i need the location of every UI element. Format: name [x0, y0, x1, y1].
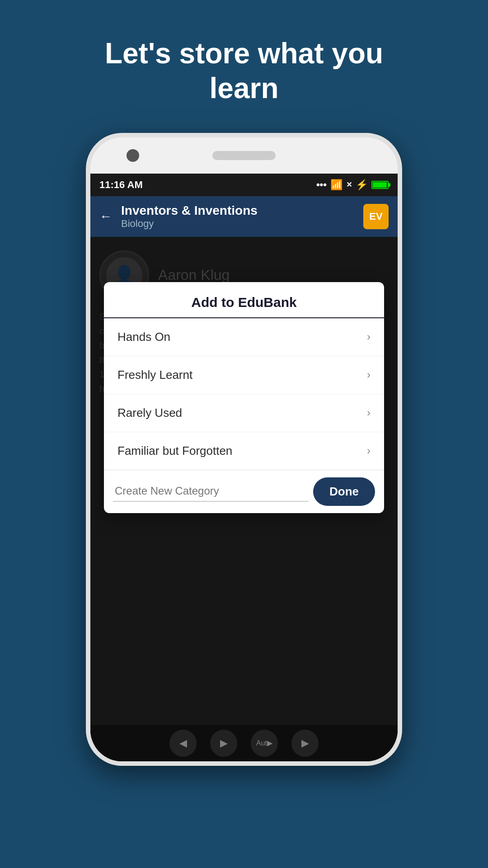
status-icons: ••• 📶 ✕ ⚡: [316, 179, 389, 191]
create-new-category-input[interactable]: [113, 481, 309, 502]
add-to-edubank-modal: Add to EduBank Hands On › Freshly Learnt…: [104, 282, 384, 513]
content-bg: 👤 Aaron Klug South African-born British …: [90, 237, 398, 761]
header-logo: EV: [363, 204, 389, 229]
sim-icon: ✕: [346, 180, 352, 189]
list-item[interactable]: Rarely Used ›: [104, 394, 384, 432]
done-button[interactable]: Done: [313, 477, 375, 506]
modal-header: Add to EduBank: [104, 282, 384, 318]
item-label-familiar-forgotten: Familiar but Forgotten: [117, 444, 232, 458]
list-item[interactable]: Familiar but Forgotten ›: [104, 432, 384, 470]
chevron-icon: ›: [367, 330, 371, 343]
chevron-icon: ›: [367, 406, 371, 419]
chevron-icon: ›: [367, 444, 371, 457]
dots-icon: •••: [316, 179, 327, 191]
phone-frame: 11:16 AM ••• 📶 ✕ ⚡ ← Inventors & Inventi…: [86, 133, 402, 766]
status-time: 11:16 AM: [99, 179, 143, 191]
phone-top: [90, 137, 398, 174]
phone-camera: [127, 149, 139, 162]
bolt-icon: ⚡: [356, 179, 368, 191]
phone-screen: 11:16 AM ••• 📶 ✕ ⚡ ← Inventors & Inventi…: [90, 174, 398, 761]
item-label-hands-on: Hands On: [117, 330, 170, 344]
phone-speaker: [212, 151, 276, 160]
header-title-main: Inventors & Inventions: [121, 203, 354, 218]
app-content: 👤 Aaron Klug South African-born British …: [90, 237, 398, 761]
page-title: Let's store what you learn: [63, 36, 425, 106]
list-item[interactable]: Hands On ›: [104, 318, 384, 356]
battery-icon: [371, 181, 389, 189]
modal-footer: Done: [104, 470, 384, 513]
modal-list: Hands On › Freshly Learnt › Rarely Used …: [104, 318, 384, 470]
item-label-freshly-learnt: Freshly Learnt: [117, 368, 192, 382]
list-item[interactable]: Freshly Learnt ›: [104, 356, 384, 394]
back-button[interactable]: ←: [99, 209, 112, 224]
wifi-icon: 📶: [330, 179, 343, 191]
header-title: Inventors & Inventions Biology: [121, 203, 354, 230]
status-bar: 11:16 AM ••• 📶 ✕ ⚡: [90, 174, 398, 196]
modal-title: Add to EduBank: [117, 295, 371, 310]
header-title-sub: Biology: [121, 218, 354, 230]
app-header: ← Inventors & Inventions Biology EV: [90, 196, 398, 237]
item-label-rarely-used: Rarely Used: [117, 406, 182, 420]
chevron-icon: ›: [367, 368, 371, 381]
